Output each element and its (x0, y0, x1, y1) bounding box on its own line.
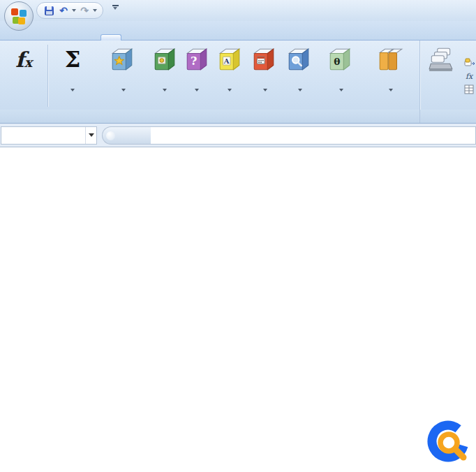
define-name-icon[interactable] (463, 57, 476, 68)
book-recent-used-icon (110, 45, 135, 74)
group-function-library: fx Σ (0, 40, 420, 123)
dropdown-arrow-icon (121, 89, 126, 91)
undo-button[interactable]: ↶ (57, 4, 70, 17)
title-bar: ↶ ↷ (0, 0, 476, 21)
lookup-reference-button[interactable] (281, 42, 316, 110)
book-date-time-icon (251, 45, 276, 74)
excel-window: ↶ ↷ fx (0, 0, 476, 472)
undo-icon: ↶ (59, 6, 68, 15)
math-trig-button[interactable]: θ (316, 42, 364, 110)
defined-names-small-buttons: fx (461, 42, 476, 110)
redo-button[interactable]: ↷ (78, 4, 91, 17)
insert-function-button[interactable]: fx (1, 42, 46, 110)
tab-review[interactable] (141, 35, 161, 40)
name-manager-button[interactable] (422, 42, 461, 110)
svg-text:A: A (223, 57, 230, 65)
logical-button[interactable]: ? (181, 42, 213, 110)
name-box[interactable] (1, 126, 97, 145)
book-financial-icon (152, 45, 177, 74)
dropdown-arrow-icon (298, 89, 302, 91)
save-icon (45, 6, 54, 15)
create-from-selection-icon[interactable] (463, 84, 476, 94)
undo-dropdown-icon[interactable] (72, 9, 76, 12)
svg-text:fx: fx (466, 72, 474, 81)
chaxunla-logo-icon (427, 418, 472, 466)
tab-data[interactable] (121, 35, 141, 40)
dropdown-arrow-icon (339, 89, 343, 91)
formula-input[interactable] (151, 126, 476, 145)
customize-qat-button[interactable] (110, 5, 120, 10)
cell-grid (0, 147, 476, 472)
autosum-button[interactable]: Σ (50, 42, 96, 110)
tab-view[interactable] (161, 35, 180, 40)
customize-qat-icon (112, 5, 119, 6)
watermark (427, 418, 475, 466)
svg-text:?: ? (191, 54, 197, 68)
text-button[interactable]: A (213, 42, 246, 110)
books-more-functions-icon (377, 45, 405, 74)
group-label-defined-names (420, 110, 476, 123)
recently-used-button[interactable] (96, 42, 149, 110)
dropdown-arrow-icon (228, 89, 232, 91)
redo-icon: ↷ (80, 6, 89, 15)
office-button[interactable] (4, 1, 34, 31)
svg-text:θ: θ (334, 56, 340, 67)
redo-dropdown-icon[interactable] (93, 9, 97, 12)
book-lookup-reference-icon (286, 45, 311, 74)
book-math-trig-icon: θ (327, 45, 352, 74)
use-in-formula-icon[interactable]: fx (463, 71, 476, 81)
financial-button[interactable] (149, 42, 181, 110)
quick-access-toolbar: ↶ ↷ (36, 2, 103, 19)
dropdown-arrow-icon (389, 89, 393, 91)
tab-insert[interactable] (61, 35, 81, 40)
sigma-autosum-icon: Σ (65, 48, 81, 71)
tab-home[interactable] (42, 35, 61, 40)
date-time-button[interactable] (246, 42, 281, 110)
book-logical-icon: ? (184, 45, 209, 74)
save-button[interactable] (43, 4, 55, 17)
ribbon-tab-strip (0, 21, 476, 40)
dropdown-arrow-icon (70, 89, 75, 91)
insert-function-fx-button[interactable] (102, 126, 151, 145)
name-manager-icon (428, 45, 454, 74)
chevron-down-icon (89, 133, 94, 137)
fx-insert-function-icon: fx (15, 47, 32, 72)
name-box-dropdown[interactable] (85, 127, 96, 144)
group-defined-names: fx (420, 40, 476, 123)
tab-page-layout[interactable] (81, 35, 101, 40)
more-functions-button[interactable] (364, 42, 418, 110)
dropdown-arrow-icon (263, 89, 267, 91)
office-logo-icon (11, 8, 27, 24)
book-text-icon: A (217, 45, 242, 74)
dropdown-arrow-icon (163, 89, 167, 91)
tab-developer[interactable] (180, 35, 200, 40)
group-label-function-library (0, 110, 419, 123)
dropdown-arrow-icon (195, 89, 199, 91)
spreadsheet (0, 147, 476, 472)
tab-formulas[interactable] (101, 34, 121, 40)
ribbon: fx Σ (0, 40, 476, 124)
tab-foxit-reader[interactable] (200, 35, 219, 40)
formula-bar-row (0, 124, 476, 147)
